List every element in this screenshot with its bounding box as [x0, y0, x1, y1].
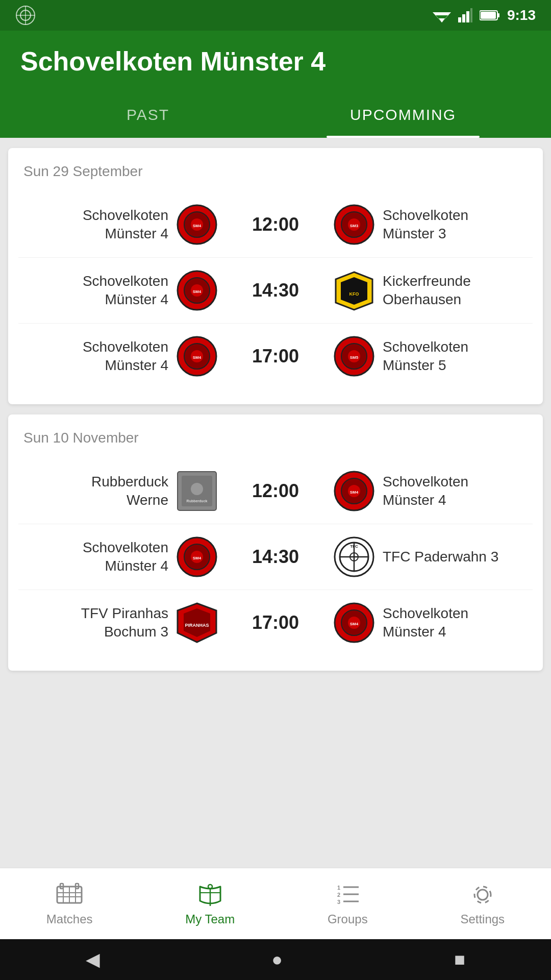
nav-item-matches[interactable]: Matches: [36, 876, 103, 932]
away-team-section: SM3 SchovelkotenMünster 3: [334, 204, 528, 245]
away-team-name: KickerfreundeOberhausen: [383, 272, 471, 309]
back-button[interactable]: ◀: [86, 949, 100, 970]
match-row[interactable]: SchovelkotenMünster 4 SM4 14:30 KFO: [18, 257, 533, 323]
home-team-logo-icon: SM4: [177, 270, 217, 311]
status-bar-left: [15, 5, 36, 26]
bottom-navigation: Matches My Team 1 2 3 Groups Settings: [0, 868, 551, 939]
home-team-section: TFV PiranhasBochum 3 PIRANHAS: [23, 602, 217, 643]
home-team-name: SchovelkotenMünster 4: [83, 538, 168, 576]
svg-text:SM5: SM5: [350, 355, 359, 360]
match-list-1: SchovelkotenMünster 4 SM4 12:00 SM3: [18, 192, 533, 389]
home-team-logo-icon: PIRANHAS: [177, 602, 217, 643]
home-team-name: SchovelkotenMünster 4: [83, 338, 168, 375]
svg-text:3: 3: [337, 899, 340, 905]
home-team-section: SchovelkotenMünster 4 SM4: [23, 336, 217, 377]
home-team-section: RubberduckWerne Rubberduck: [23, 471, 217, 511]
wifi-icon: [433, 8, 451, 22]
nav-label-matches: Matches: [46, 912, 93, 926]
away-team-logo-icon: SM4: [334, 602, 374, 643]
match-time: 14:30: [235, 546, 316, 568]
app-logo-icon: [15, 5, 36, 26]
match-time: 12:00: [235, 214, 316, 235]
away-team-section: TFC TFC Paderwahn 3: [334, 536, 528, 577]
away-team-name: SchovelkotenMünster 4: [383, 473, 468, 510]
signal-icon: [458, 8, 472, 22]
status-bar-right: 9:13: [433, 7, 536, 23]
home-team-section: SchovelkotenMünster 4 SM4: [23, 270, 217, 311]
tab-bar: PAST UPCOMMING: [20, 92, 531, 138]
away-team-logo-icon: TFC: [334, 536, 374, 577]
svg-marker-27: [341, 277, 367, 305]
svg-rect-9: [466, 11, 469, 22]
home-team-logo-icon: SM4: [177, 336, 217, 377]
svg-text:1: 1: [337, 885, 340, 891]
svg-rect-10: [470, 8, 472, 22]
svg-text:2: 2: [337, 892, 340, 898]
away-team-section: SM5 SchovelkotenMünster 5: [334, 336, 528, 377]
battery-icon: [480, 10, 500, 21]
svg-text:TFC: TFC: [350, 544, 358, 549]
svg-text:KFO: KFO: [349, 291, 359, 297]
svg-text:SM4: SM4: [350, 490, 359, 495]
settings-icon: [469, 881, 496, 908]
match-day-date-2: Sun 10 November: [18, 430, 533, 446]
away-team-name: SchovelkotenMünster 3: [383, 206, 468, 243]
clock: 9:13: [507, 7, 536, 23]
home-team-logo-icon: SM4: [177, 536, 217, 577]
nav-item-settings[interactable]: Settings: [450, 876, 515, 932]
away-team-logo-icon: SM3: [334, 204, 374, 245]
my-team-icon: [197, 881, 223, 908]
header: Schovelkoten Münster 4 PAST UPCOMMING: [0, 31, 551, 138]
svg-point-72: [208, 885, 212, 889]
match-row[interactable]: SchovelkotenMünster 4 SM4 14:30: [18, 524, 533, 590]
page-title: Schovelkoten Münster 4: [20, 46, 531, 77]
tab-past[interactable]: PAST: [20, 92, 276, 138]
match-list-2: RubberduckWerne Rubberduck 12:00: [18, 458, 533, 655]
home-team-logo-icon: SM4: [177, 204, 217, 245]
away-team-section: SM4 SchovelkotenMünster 4: [334, 471, 528, 511]
svg-marker-6: [439, 18, 445, 22]
match-row[interactable]: TFV PiranhasBochum 3 PIRANHAS 17:00 SM4: [18, 590, 533, 655]
nav-label-my-team: My Team: [185, 912, 235, 926]
tab-upcomming[interactable]: UPCOMMING: [276, 92, 531, 138]
away-team-name: SchovelkotenMünster 5: [383, 338, 468, 375]
home-team-name: SchovelkotenMünster 4: [83, 272, 168, 309]
match-row[interactable]: SchovelkotenMünster 4 SM4 12:00 SM3: [18, 192, 533, 257]
away-team-section: SM4 SchovelkotenMünster 4: [334, 602, 528, 643]
home-team-name: RubberduckWerne: [91, 473, 168, 510]
nav-item-groups[interactable]: 1 2 3 Groups: [317, 876, 378, 932]
svg-text:SM4: SM4: [193, 556, 202, 560]
away-team-section: KFO KickerfreundeOberhausen: [334, 270, 528, 311]
matches-icon: [56, 881, 83, 908]
recents-button[interactable]: ■: [454, 949, 465, 970]
svg-text:SM4: SM4: [193, 289, 202, 294]
nav-label-settings: Settings: [460, 912, 505, 926]
svg-text:SM4: SM4: [193, 355, 202, 360]
nav-label-groups: Groups: [328, 912, 368, 926]
match-time: 12:00: [235, 480, 316, 502]
match-row[interactable]: SchovelkotenMünster 4 SM4 17:00 SM5: [18, 323, 533, 389]
away-team-logo-icon: SM4: [334, 471, 374, 511]
away-team-logo-icon: KFO: [334, 270, 374, 311]
svg-text:SM4: SM4: [350, 622, 359, 626]
nav-item-my-team[interactable]: My Team: [175, 876, 245, 932]
home-team-logo-icon: Rubberduck: [177, 471, 217, 511]
match-time: 14:30: [235, 280, 316, 301]
svg-rect-13: [481, 12, 496, 19]
svg-rect-7: [458, 17, 461, 22]
home-team-name: SchovelkotenMünster 4: [83, 206, 168, 243]
svg-text:SM3: SM3: [350, 224, 359, 228]
svg-text:Rubberduck: Rubberduck: [187, 499, 208, 503]
match-row[interactable]: RubberduckWerne Rubberduck 12:00: [18, 458, 533, 524]
svg-text:PIRANHAS: PIRANHAS: [185, 623, 209, 628]
away-team-logo-icon: SM5: [334, 336, 374, 377]
home-team-name: TFV PiranhasBochum 3: [81, 604, 168, 642]
match-day-card-2: Sun 10 November RubberduckWerne Rubberdu…: [8, 414, 543, 671]
match-day-date-1: Sun 29 September: [18, 163, 533, 180]
svg-point-80: [478, 890, 488, 900]
system-navigation: ◀ ● ■: [0, 939, 551, 980]
home-button[interactable]: ●: [271, 949, 283, 970]
away-team-name: TFC Paderwahn 3: [383, 548, 498, 566]
match-time: 17:00: [235, 612, 316, 633]
main-content: Sun 29 September SchovelkotenMünster 4 S…: [0, 138, 551, 868]
